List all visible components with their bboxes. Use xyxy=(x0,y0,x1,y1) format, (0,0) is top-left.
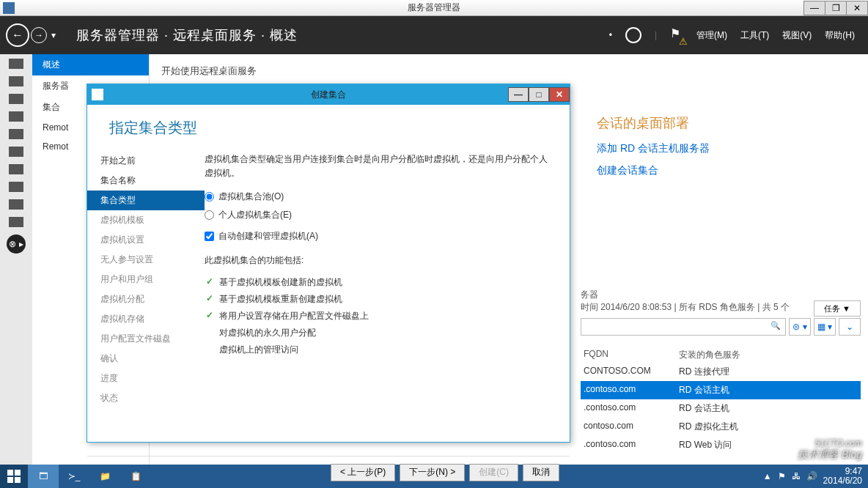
filter-save-button[interactable]: ▦ ▾ xyxy=(814,318,836,336)
rail-icon[interactable] xyxy=(9,182,23,192)
features-heading: 此虚拟机集合的功能包括: xyxy=(205,254,551,267)
table-row[interactable]: .contoso.comRD 会话主机 xyxy=(581,399,861,418)
system-tray[interactable]: ▲ ⚑ 🖧 🔊 9:47 2014/6/20 xyxy=(763,467,868,486)
rail-icon[interactable] xyxy=(9,59,23,69)
wizard-steps: 开始之前集合名称集合类型虚拟机模板虚拟机设置无人参与设置用户和用户组虚拟机分配虚… xyxy=(87,149,205,456)
forward-button[interactable]: → xyxy=(31,27,47,43)
rail-icon[interactable] xyxy=(9,164,23,174)
task-server-manager[interactable]: 🗔 xyxy=(28,465,59,488)
wizard-step[interactable]: 开始之前 xyxy=(87,151,205,171)
tray-icon[interactable]: ▲ xyxy=(763,471,772,481)
rail-icon[interactable] xyxy=(9,111,23,122)
tasks-dropdown[interactable]: 任务 ▼ xyxy=(814,300,861,317)
dialog-maximize[interactable]: □ xyxy=(529,87,549,102)
feature-item: 将用户设置存储在用户配置文件磁盘上 xyxy=(205,308,551,325)
menu-tools[interactable]: 工具(T) xyxy=(740,29,769,42)
wizard-step: 用户配置文件磁盘 xyxy=(87,329,205,349)
deployment-panel: 会话的桌面部署 添加 RD 会话主机服务器 创建会话集合 xyxy=(597,114,861,186)
deployment-title: 会话的桌面部署 xyxy=(597,114,861,132)
back-button[interactable]: ← xyxy=(6,23,29,47)
dialog-icon xyxy=(92,89,103,100)
radio-personal[interactable]: 个人虚拟机集合(E) xyxy=(205,209,551,221)
wizard-step: 用户和用户组 xyxy=(87,270,205,289)
start-button[interactable] xyxy=(0,465,28,488)
tray-sound-icon[interactable]: 🔊 xyxy=(806,471,817,481)
rail-icon-rds[interactable]: ⊗ ▸ xyxy=(7,234,26,254)
prev-button[interactable]: < 上一步(P) xyxy=(331,464,395,481)
wizard-step: 虚拟机存储 xyxy=(87,309,205,329)
dialog-title: 创建集合 xyxy=(311,89,346,101)
next-button[interactable]: 下一步(N) > xyxy=(400,464,465,481)
dialog-minimize[interactable]: — xyxy=(508,87,529,102)
wizard-step[interactable]: 集合名称 xyxy=(87,171,205,191)
watermark: 51CTO.com 技术博客 Blog xyxy=(798,438,862,462)
link-add-host[interactable]: 添加 RD 会话主机服务器 xyxy=(597,142,861,155)
checkbox-auto[interactable]: 自动创建和管理虚拟机(A) xyxy=(205,230,551,243)
minimize-button[interactable]: — xyxy=(803,1,825,15)
wizard-step: 无人参与设置 xyxy=(87,250,205,270)
dialog-footer: < 上一步(P) 下一步(N) > 创建(C) 取消 xyxy=(87,456,570,488)
feature-item: 虚拟机上的管理访问 xyxy=(205,341,551,358)
breadcrumb: 服务器管理器 · 远程桌面服务 · 概述 xyxy=(76,26,298,44)
wizard-step: 进度 xyxy=(87,369,205,388)
tray-network-icon[interactable]: 🖧 xyxy=(792,471,801,481)
menu-view[interactable]: 视图(V) xyxy=(782,29,812,42)
dialog-title-bar[interactable]: 创建集合 — □ ✕ xyxy=(87,84,570,105)
feature-item: 对虚拟机的永久用户分配 xyxy=(205,325,551,341)
wizard-step: 虚拟机模板 xyxy=(87,210,205,230)
filter-options-button[interactable]: ⊜ ▾ xyxy=(789,318,811,336)
servers-status: 时间 2014/6/20 8:08:53 | 所有 RDS 角色服务 | 共 5… xyxy=(581,302,790,312)
tray-flag-icon[interactable]: ⚑ xyxy=(778,471,786,481)
features-list: 基于虚拟机模板创建新的虚拟机基于虚拟机模板重新创建虚拟机将用户设置存储在用户配置… xyxy=(205,274,551,358)
getting-started: 开始使用远程桌面服务 xyxy=(161,64,858,78)
expand-button[interactable]: ⌄ xyxy=(839,318,861,336)
tray-time[interactable]: 9:47 xyxy=(845,466,862,476)
svg-rect-2 xyxy=(7,477,13,483)
rail-icon[interactable] xyxy=(9,199,23,210)
refresh-icon[interactable] xyxy=(625,27,641,43)
dialog-close[interactable]: ✕ xyxy=(549,87,570,102)
create-collection-dialog: 创建集合 — □ ✕ 指定集合类型 开始之前集合名称集合类型虚拟机模板虚拟机设置… xyxy=(87,84,570,443)
notifications-flag-icon[interactable] xyxy=(670,26,683,44)
svg-rect-3 xyxy=(15,477,21,483)
app-icon xyxy=(3,2,15,14)
wizard-step: 虚拟机设置 xyxy=(87,230,205,250)
rail-icon[interactable] xyxy=(9,129,23,139)
rail-icon[interactable] xyxy=(9,147,23,157)
col-fqdn[interactable]: FQDN xyxy=(584,349,679,361)
tray-date[interactable]: 2014/6/20 xyxy=(823,476,862,486)
feature-item: 基于虚拟机模板重新创建虚拟机 xyxy=(205,291,551,308)
top-bar: ← → ▾ 服务器管理器 · 远程桌面服务 · 概述 • | 管理(M) 工具(… xyxy=(0,16,868,54)
nav-overview[interactable]: 概述 xyxy=(32,54,149,75)
wizard-step[interactable]: 集合类型 xyxy=(87,191,205,210)
feature-item: 基于虚拟机模板创建新的虚拟机 xyxy=(205,274,551,291)
left-icon-rail: ⊗ ▸ xyxy=(0,54,32,465)
table-row[interactable]: .contoso.comRD 会话主机 xyxy=(581,381,861,399)
task-powershell[interactable]: ≻_ xyxy=(59,465,89,488)
maximize-button[interactable]: ❐ xyxy=(825,1,847,15)
create-button: 创建(C) xyxy=(469,464,518,481)
svg-rect-1 xyxy=(15,470,21,476)
menu-manage[interactable]: 管理(M) xyxy=(696,29,727,42)
table-row[interactable]: contoso.comRD 虚拟化主机 xyxy=(581,418,861,436)
wizard-step: 虚拟机分配 xyxy=(87,289,205,309)
rail-icon[interactable] xyxy=(9,94,23,104)
window-title: 服务器管理器 xyxy=(408,1,460,14)
rail-icon[interactable] xyxy=(9,76,23,86)
dialog-heading: 指定集合类型 xyxy=(87,105,570,149)
svg-rect-0 xyxy=(7,470,13,476)
window-title-bar: 服务器管理器 — ❐ ✕ xyxy=(0,0,868,16)
dialog-intro: 虚拟机集合类型确定当用户连接到集合时是向用户分配临时虚拟机，还是向用户分配个人虚… xyxy=(205,152,551,180)
rail-icon[interactable] xyxy=(9,217,23,227)
col-role[interactable]: 安装的角色服务 xyxy=(679,349,740,361)
wizard-step: 状态 xyxy=(87,388,205,408)
radio-pool[interactable]: 虚拟机集合池(O) xyxy=(205,191,551,203)
link-create-collection[interactable]: 创建会话集合 xyxy=(597,164,861,177)
table-row[interactable]: CONTOSO.COMRD 连接代理 xyxy=(581,363,861,381)
menu-help[interactable]: 帮助(H) xyxy=(825,29,855,42)
filter-input[interactable] xyxy=(581,318,786,336)
cancel-button[interactable]: 取消 xyxy=(523,464,559,481)
wizard-step: 确认 xyxy=(87,349,205,369)
dialog-content: 虚拟机集合类型确定当用户连接到集合时是向用户分配临时虚拟机，还是向用户分配个人虚… xyxy=(205,149,570,456)
close-button[interactable]: ✕ xyxy=(846,1,868,15)
